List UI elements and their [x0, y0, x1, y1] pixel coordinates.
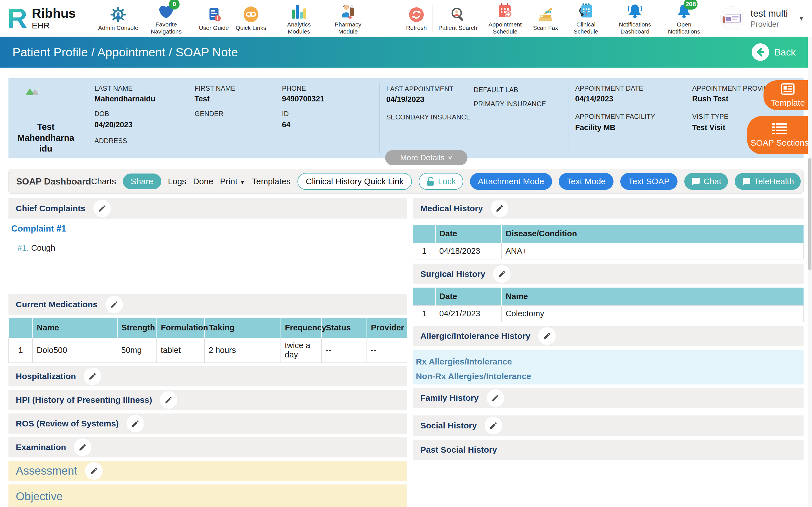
table-header-row: Name Strength Formulation Taking Frequen…	[9, 318, 407, 338]
table-cell: 1	[9, 338, 33, 362]
edit-pencil-button[interactable]	[85, 462, 103, 480]
edit-pencil-button[interactable]	[74, 439, 91, 456]
section-title: Current Medications	[16, 300, 98, 309]
soap-content: Chief Complaints Complaint #1 #1. Cough …	[8, 198, 804, 507]
nav-notifications-dashboard[interactable]: Notifications Dashboard	[614, 2, 656, 35]
chat-label: Chat	[703, 177, 721, 186]
text-soap-label: Text SOAP	[628, 177, 670, 186]
patient-display-name: Test Mahendharnaidu	[17, 122, 75, 154]
chevron-down-icon: ▼	[798, 14, 805, 22]
page-header: Patient Profile / Appointment / SOAP Not…	[0, 37, 812, 68]
non-rx-allergies-link[interactable]: Non-Rx Allergies/Intolerance	[416, 372, 804, 381]
nav-pharmacy-module[interactable]: Pharmacy Module	[327, 2, 369, 35]
templates-link[interactable]: Templates	[252, 177, 291, 186]
more-details-button[interactable]: More Details ˅	[385, 150, 467, 165]
text-soap-button[interactable]: Text SOAP	[620, 173, 677, 190]
nav-label: Patient Search	[439, 24, 477, 31]
examination-section-header: Examination	[8, 437, 407, 457]
complaint-item: #1. Cough	[17, 243, 407, 252]
scrollbar-thumb[interactable]	[808, 158, 811, 270]
nav-user-guide[interactable]: User Guide	[199, 5, 229, 31]
telehealth-button[interactable]: TeleHealth	[735, 173, 801, 190]
soap-dashboard-toolbar: SOAP Dashboard Charts Share Logs Done Pr…	[8, 169, 804, 194]
page-title: Patient Profile / Appointment / SOAP Not…	[12, 45, 238, 59]
column-header: Status	[322, 318, 367, 338]
text-mode-button[interactable]: Text Mode	[559, 173, 613, 190]
table-cell: --	[322, 338, 367, 362]
field-value: 04/19/2023	[386, 95, 424, 104]
surgical-history-section-header: Surgical History	[413, 264, 804, 284]
attachment-mode-label: Attachment Mode	[478, 177, 544, 186]
user-avatar	[720, 6, 744, 31]
section-title: Objective	[16, 490, 63, 503]
edit-pencil-button[interactable]	[487, 389, 504, 407]
section-title: Past Social History	[420, 445, 497, 455]
edit-pencil-button[interactable]	[491, 200, 508, 217]
section-title: Assessment	[16, 464, 77, 477]
nav-separator	[193, 4, 193, 32]
bar-chart-icon	[291, 2, 307, 19]
charts-link[interactable]: Charts	[91, 177, 116, 186]
nav-open-notifications[interactable]: 208 Open Notifications	[663, 2, 705, 35]
nav-patient-search[interactable]: Patient Search	[439, 5, 477, 31]
field-label: PRIMARY INSURANCE	[474, 100, 546, 108]
template-button[interactable]: Template	[763, 80, 812, 110]
right-column: Medical History Date Disease/Condition 1…	[413, 198, 804, 460]
clinical-history-quick-link-button[interactable]: Clinical History Quick Link	[297, 173, 412, 190]
edit-pencil-button[interactable]	[126, 415, 144, 432]
logs-link[interactable]: Logs	[168, 177, 186, 186]
left-column: Chief Complaints Complaint #1 #1. Cough …	[8, 198, 407, 507]
complaint-header[interactable]: Complaint #1	[11, 224, 407, 234]
calendar-plus-icon	[497, 2, 513, 19]
nav-label: Appointment Schedule	[484, 21, 526, 35]
edit-pencil-button[interactable]	[84, 368, 101, 385]
chief-complaints-body: Complaint #1 #1. Cough	[8, 219, 407, 294]
field-value: Rush Test	[692, 95, 728, 103]
nav-clinical-schedule[interactable]: Clinical Schedule	[565, 2, 607, 35]
nav-analytics-modules[interactable]: Analytics Modules	[278, 2, 320, 35]
table-row: 1 04/18/2023 ANA+	[413, 243, 804, 259]
print-menu[interactable]: Print▼	[220, 177, 245, 186]
share-button[interactable]: Share	[123, 173, 161, 189]
column-header: Frequency	[281, 318, 322, 338]
nav-scan-fax[interactable]: Scan Fax	[533, 5, 558, 31]
edit-pencil-button[interactable]	[105, 296, 123, 313]
app-logo[interactable]: R Ribhus EHR	[7, 4, 95, 32]
section-title: ROS (Review of Systems)	[16, 419, 119, 429]
edit-pencil-button[interactable]	[493, 265, 511, 283]
nav-label: Quick Links	[236, 24, 266, 31]
lock-button[interactable]: Lock	[419, 173, 463, 190]
done-link[interactable]: Done	[193, 177, 213, 186]
field-label: ADDRESS	[94, 137, 127, 145]
nav-quick-links[interactable]: Quick Links	[236, 5, 266, 31]
nav-label: Pharmacy Module	[327, 21, 369, 35]
chat-button[interactable]: Chat	[684, 173, 728, 190]
edit-pencil-button[interactable]	[538, 327, 556, 345]
user-menu[interactable]: test multi Provider ▼	[720, 6, 805, 31]
edit-pencil-button[interactable]	[485, 417, 502, 434]
back-button[interactable]: Back	[752, 43, 796, 61]
link-icon	[243, 5, 259, 22]
notifications-badge: 208	[684, 0, 698, 10]
complaint-text: Cough	[31, 243, 55, 252]
nav-favorite-navigations[interactable]: 0 Favorite Navigations	[145, 2, 187, 35]
column-header: Strength	[117, 318, 157, 338]
soap-sections-button[interactable]: SOAP Sections	[747, 116, 812, 154]
column-header: Taking	[205, 318, 281, 338]
field-label: DEFAULT LAB	[474, 86, 518, 94]
field-value: Facility MB	[575, 123, 615, 132]
patient-photo: Test Mahendharnaidu	[17, 82, 75, 154]
edit-pencil-button[interactable]	[93, 200, 111, 217]
table-cell: 04/21/2023	[435, 305, 502, 322]
nav-appointment-schedule[interactable]: Appointment Schedule	[484, 2, 526, 35]
table-cell: twice a day	[281, 338, 322, 362]
edit-pencil-button[interactable]	[160, 391, 177, 409]
field-label: LAST NAME	[94, 84, 133, 93]
field-label: VISIT TYPE	[692, 113, 728, 121]
medical-history-section-header: Medical History	[413, 198, 804, 219]
nav-admin-console[interactable]: Admin Console	[98, 5, 138, 31]
attachment-mode-button[interactable]: Attachment Mode	[470, 173, 552, 190]
nav-refresh[interactable]: Refresh	[406, 5, 427, 31]
field-value: Test Visit	[692, 123, 725, 132]
rx-allergies-link[interactable]: Rx Allergies/Intolerance	[416, 357, 804, 367]
